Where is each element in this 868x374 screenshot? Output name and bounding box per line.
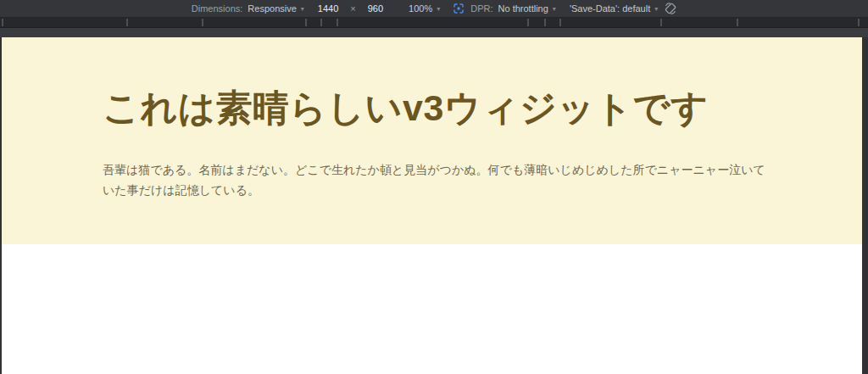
focus-icon [453, 3, 464, 14]
save-data-value: 'Save-Data': default [570, 3, 650, 14]
throttling-value: No throttling [498, 3, 548, 14]
viewport-width-input[interactable]: 1440 [318, 3, 338, 14]
hero-section: これは素晴らしいv3ウィジットです 吾輩は猫である。名前はまだない。どこで生れた… [2, 37, 862, 244]
tab-divider [202, 19, 203, 26]
tab-divider [126, 19, 128, 26]
chevron-down-icon: ▾ [654, 5, 658, 13]
tab-strip [0, 18, 868, 28]
sub-bar [0, 28, 868, 37]
times-symbol: × [350, 3, 355, 14]
chevron-down-icon: ▾ [437, 5, 440, 13]
tab-divider [305, 19, 307, 26]
tab-divider [527, 19, 529, 26]
device-toolbar: Dimensions: Responsive ▾ 1440 × 960 100%… [0, 0, 868, 18]
rotate-viewport-icon[interactable] [665, 3, 676, 14]
zoom-select[interactable]: 100% ▾ [409, 3, 440, 14]
devtools-window: Dimensions: Responsive ▾ 1440 × 960 100%… [0, 0, 868, 374]
chevron-down-icon: ▾ [301, 5, 304, 13]
tab-divider [660, 19, 662, 26]
page-viewport: これは素晴らしいv3ウィジットです 吾輩は猫である。名前はまだない。どこで生れた… [2, 37, 862, 374]
dimensions-select[interactable]: Responsive ▾ [248, 3, 304, 14]
tab-divider [337, 19, 338, 26]
tab-divider [737, 19, 738, 26]
throttling-select[interactable]: No throttling ▾ [498, 3, 556, 14]
tab-divider [559, 19, 561, 26]
dimensions-value: Responsive [248, 3, 296, 14]
tab-divider [2, 19, 3, 26]
zoom-value: 100% [409, 3, 432, 14]
tab-divider [544, 19, 546, 26]
dimensions-label: Dimensions: [192, 3, 243, 14]
tab-divider [858, 19, 860, 26]
page-title: これは素晴らしいv3ウィジットです [103, 87, 828, 129]
tab-divider [320, 19, 322, 26]
save-data-select[interactable]: 'Save-Data': default ▾ [570, 3, 658, 14]
dpr-label: DPR: [470, 3, 492, 14]
viewport-height-input[interactable]: 960 [368, 3, 383, 14]
chevron-down-icon: ▾ [553, 5, 556, 13]
intro-paragraph: 吾輩は猫である。名前はまだない。どこで生れたか頓と見当がつかぬ。何でも薄暗いじめ… [103, 159, 765, 200]
